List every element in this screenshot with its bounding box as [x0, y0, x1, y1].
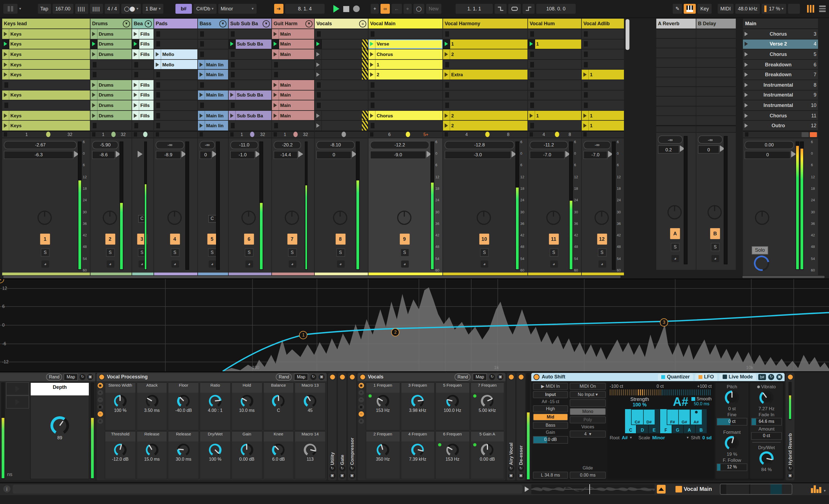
- smooth-label[interactable]: Smooth: [696, 397, 712, 401]
- clip-slot[interactable]: 2: [368, 70, 442, 80]
- clip-slot[interactable]: [198, 29, 228, 39]
- metronome-button[interactable]: ◯⬤ ▾: [121, 4, 141, 14]
- scene-launch-icon[interactable]: [745, 123, 748, 128]
- shift-chevron-icon[interactable]: ▾: [687, 435, 689, 440]
- macro-knob[interactable]: [304, 395, 316, 407]
- clip-launch-icon[interactable]: [229, 90, 236, 100]
- clip-slot[interactable]: Keys: [2, 111, 90, 121]
- clip-slot[interactable]: [229, 121, 272, 131]
- clip-slot[interactable]: [368, 29, 442, 39]
- clip-slot[interactable]: [91, 70, 132, 80]
- clip-slot[interactable]: [91, 121, 132, 131]
- clip-slot[interactable]: [198, 39, 228, 49]
- macro-knob[interactable]: [241, 444, 253, 456]
- macro-value[interactable]: 153 Hz: [445, 457, 460, 463]
- fadein-slider[interactable]: 64.6 ms: [751, 418, 782, 426]
- loop-icon[interactable]: [508, 4, 521, 14]
- clip-launch-icon[interactable]: [2, 70, 9, 79]
- live-mode-toggle[interactable]: Live Mode: [719, 373, 756, 381]
- track-activator-button[interactable]: 8: [335, 233, 345, 245]
- clip-slot[interactable]: [154, 39, 197, 49]
- pitch-knob[interactable]: [725, 391, 739, 405]
- midi-input-menu[interactable]: No Input ▾: [570, 391, 606, 398]
- solo-button[interactable]: S: [41, 248, 49, 257]
- midi-in-button[interactable]: ▶ MIDI In: [533, 383, 568, 390]
- arm-button[interactable]: ◕: [401, 260, 408, 267]
- clip-slot[interactable]: [368, 90, 442, 100]
- nudge-up-button[interactable]: ||||: [89, 4, 103, 14]
- clip-slot[interactable]: 1: [582, 121, 624, 131]
- clip-slot[interactable]: Main: [272, 39, 314, 49]
- volume-field[interactable]: 0: [698, 145, 719, 153]
- track-header[interactable]: Sub Sub Ba ▾: [229, 19, 272, 29]
- clip-slot[interactable]: Main: [272, 49, 314, 60]
- eq-band-handle[interactable]: 1: [299, 331, 308, 339]
- clip-stop-icon[interactable]: [445, 133, 448, 137]
- macro-value[interactable]: 10.0 ms: [239, 408, 255, 414]
- arrangement-position-field[interactable]: 8. 1. 4: [285, 4, 325, 14]
- device-activator-button[interactable]: [99, 374, 105, 380]
- clip-launch-icon[interactable]: [582, 70, 589, 79]
- clip-launch-icon[interactable]: [443, 111, 450, 120]
- midi-arrangement-overdub-button[interactable]: ∞: [381, 4, 390, 14]
- clip-launch-icon[interactable]: [2, 60, 9, 69]
- stop-button[interactable]: [343, 6, 349, 12]
- clip-slot[interactable]: [91, 60, 132, 70]
- clip-launch-icon[interactable]: [2, 121, 9, 131]
- band-button-bass[interactable]: Bass: [533, 422, 568, 429]
- clip-slot[interactable]: [154, 70, 197, 80]
- clip-slot[interactable]: [315, 29, 368, 39]
- tab-lfo[interactable]: LFO: [695, 373, 717, 381]
- scene-row[interactable]: Chorus 5: [743, 49, 818, 60]
- peak-level-field[interactable]: 0.00: [745, 141, 794, 149]
- scale-value[interactable]: Minor: [652, 435, 665, 440]
- clip-slot[interactable]: [315, 49, 368, 60]
- clip-slot[interactable]: Main: [272, 29, 314, 39]
- pan-knob[interactable]: [668, 205, 682, 219]
- macro-knob[interactable]: [304, 444, 316, 456]
- scene-row[interactable]: Breakdown 7: [743, 70, 818, 80]
- macro-value[interactable]: 3.50 ms: [144, 408, 160, 414]
- key-signature-icon[interactable]: b#: [175, 4, 192, 14]
- peak-level-field[interactable]: -2.67: [4, 141, 77, 149]
- smooth-value[interactable]: 50.0 ms: [692, 401, 712, 406]
- scene-launch-icon[interactable]: [745, 113, 748, 118]
- clip-slot[interactable]: Sub Sub Ba: [229, 111, 272, 121]
- peak-level-field[interactable]: -8.10: [316, 141, 355, 149]
- solo-button[interactable]: S: [288, 248, 297, 257]
- clip-slot[interactable]: [315, 39, 368, 49]
- track-header[interactable]: Vocal Main: [368, 19, 442, 29]
- macro-value[interactable]: -12.0 dB: [112, 457, 129, 463]
- peak-level-field[interactable]: -11.0: [230, 141, 258, 149]
- clip-slot[interactable]: [443, 90, 528, 100]
- hot-swap-icon[interactable]: ↻: [349, 466, 355, 472]
- clip-view-fold-button[interactable]: [657, 485, 665, 494]
- arm-button[interactable]: ◕: [208, 260, 216, 267]
- collapse-icon[interactable]: −: [358, 411, 364, 417]
- mono-button[interactable]: Mono: [570, 408, 606, 415]
- volume-field[interactable]: -3.0: [445, 151, 511, 159]
- clip-launch-icon[interactable]: [315, 111, 322, 120]
- solo-button[interactable]: S: [480, 248, 489, 257]
- clip-waveform-overview[interactable]: [531, 484, 655, 494]
- device-title[interactable]: Vocals: [368, 374, 384, 380]
- clip-slot[interactable]: Chorus: [368, 111, 442, 121]
- clip-slot[interactable]: Fills: [132, 90, 153, 100]
- arm-button[interactable]: ◕: [288, 260, 296, 267]
- clip-slot[interactable]: [154, 29, 197, 39]
- chain-play-button[interactable]: [6, 382, 29, 395]
- clip-launch-icon[interactable]: [272, 111, 279, 120]
- selected-clip-chip[interactable]: Vocal Main: [676, 486, 712, 493]
- eq-band-handle[interactable]: 3: [660, 318, 668, 327]
- midi-channel-menu[interactable]: [570, 399, 606, 407]
- hot-swap-icon[interactable]: ↻: [329, 466, 335, 472]
- clip-launch-icon[interactable]: [91, 49, 98, 59]
- chain-list-icon[interactable]: ≡: [358, 419, 364, 424]
- solo-button[interactable]: S: [208, 248, 217, 257]
- pan-knob[interactable]: [167, 211, 181, 225]
- clip-slot[interactable]: 1: [368, 60, 442, 70]
- tempo-field[interactable]: 167.00: [52, 4, 73, 14]
- macro-knob[interactable]: [481, 395, 494, 407]
- volume-field[interactable]: -8.6: [92, 151, 115, 159]
- clip-slot[interactable]: [132, 121, 153, 131]
